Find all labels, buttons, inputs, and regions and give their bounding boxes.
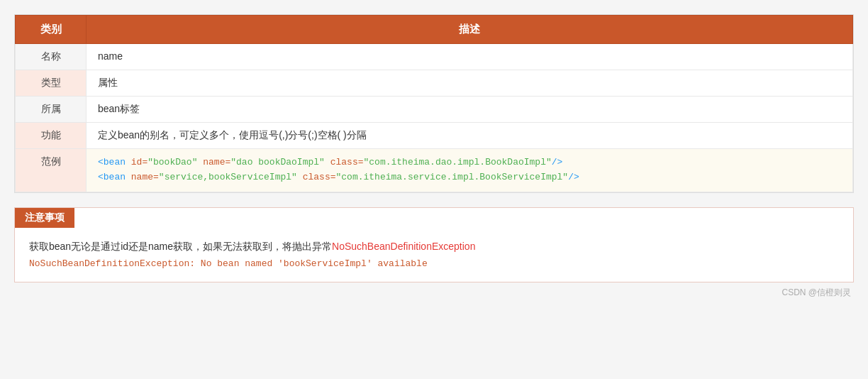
row-category: 所属 xyxy=(16,97,87,123)
notice-line2: NoSuchBeanDefinitionException: No bean n… xyxy=(29,256,839,272)
code-val: "dao bookDaoImpl" xyxy=(230,157,330,167)
table-row: 名称name xyxy=(16,44,853,70)
table-body: 名称name类型属性所属bean标签功能定义bean的别名，可定义多个，使用逗号… xyxy=(16,44,853,192)
table-header-row: 类别 描述 xyxy=(16,16,853,44)
code-tag: /> xyxy=(568,172,579,182)
info-table: 类别 描述 名称name类型属性所属bean标签功能定义bean的别名，可定义多… xyxy=(15,15,853,192)
code-val: "com.itheima.dao.impl.BookDaoImpl" xyxy=(364,157,552,167)
table-row: 范例<bean id="bookDao" name="dao bookDaoIm… xyxy=(16,149,853,192)
notice-box: 注意事项 获取bean无论是通过id还是name获取，如果无法获取到，将抛出异常… xyxy=(14,207,854,283)
row-category: 类型 xyxy=(16,70,87,97)
row-category: 范例 xyxy=(16,149,87,192)
notice-line1-highlight: NoSuchBeanDefinitionException xyxy=(332,241,475,252)
code-attr: name= xyxy=(203,157,230,167)
table-row: 功能定义bean的别名，可定义多个，使用逗号(,)分号(;)空格( )分隔 xyxy=(16,123,853,149)
col-header-description: 描述 xyxy=(87,16,853,44)
code-line: <bean id="bookDao" name="dao bookDaoImpl… xyxy=(98,155,841,170)
code-attr: name= xyxy=(131,172,159,182)
main-table-container: 类别 描述 名称name类型属性所属bean标签功能定义bean的别名，可定义多… xyxy=(14,14,854,193)
code-val: "service,bookServiceImpl" xyxy=(159,172,303,182)
notice-line1-prefix: 获取bean无论是通过id还是name获取，如果无法获取到，将抛出异常 xyxy=(29,241,332,252)
table-row: 所属bean标签 xyxy=(16,97,853,123)
row-description: 属性 xyxy=(87,70,853,97)
code-line: <bean name="service,bookServiceImpl" cla… xyxy=(98,170,841,185)
notice-header: 注意事项 xyxy=(15,208,74,228)
code-attr: class= xyxy=(303,172,336,182)
row-description: 定义bean的别名，可定义多个，使用逗号(,)分号(;)空格( )分隔 xyxy=(87,123,853,149)
watermark: CSDN @信橙则灵 xyxy=(14,287,854,299)
row-category: 功能 xyxy=(16,123,87,149)
notice-content: 获取bean无论是通过id还是name获取，如果无法获取到，将抛出异常NoSuc… xyxy=(15,228,853,282)
row-description: <bean id="bookDao" name="dao bookDaoImpl… xyxy=(87,149,853,192)
notice-line1: 获取bean无论是通过id还是name获取，如果无法获取到，将抛出异常NoSuc… xyxy=(29,238,839,256)
code-attr: id= xyxy=(131,157,148,167)
code-tag: /> xyxy=(552,157,563,167)
code-val: "com.itheima.service.impl.BookServiceImp… xyxy=(335,172,568,182)
code-tag: <bean xyxy=(98,157,131,167)
row-category: 名称 xyxy=(16,44,87,70)
code-attr: class= xyxy=(330,157,364,167)
col-header-category: 类别 xyxy=(16,16,87,44)
row-description: name xyxy=(87,44,853,70)
row-description: bean标签 xyxy=(87,97,853,123)
table-row: 类型属性 xyxy=(16,70,853,97)
code-val: "bookDao" xyxy=(148,157,203,167)
code-tag: <bean xyxy=(98,172,131,182)
